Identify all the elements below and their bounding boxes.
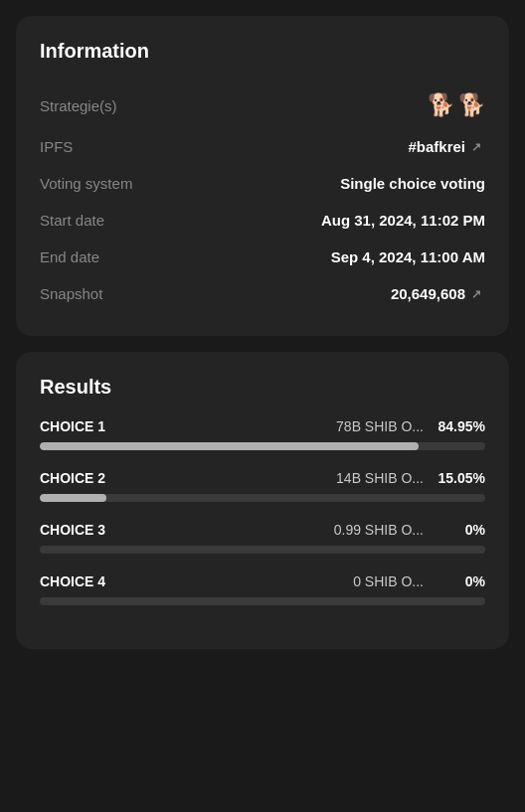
choice-item-4: CHOICE 4 0 SHIB O... 0%	[40, 573, 485, 605]
choices-container: CHOICE 1 78B SHIB O... 84.95% CHOICE 2 1…	[40, 418, 485, 605]
progress-track-4	[40, 597, 485, 605]
choice-amount-4: 0 SHIB O...	[353, 573, 424, 589]
choice-header-3: CHOICE 3 0.99 SHIB O... 0%	[40, 522, 485, 538]
choice-label-2: CHOICE 2	[40, 470, 105, 486]
shib-icon-2: 🐕	[458, 92, 485, 118]
start-date-row: Start date Aug 31, 2024, 11:02 PM	[40, 202, 485, 239]
choice-header-4: CHOICE 4 0 SHIB O... 0%	[40, 573, 485, 589]
snapshot-row: Snapshot 20,649,608 ↗	[40, 275, 485, 312]
voting-system-value: Single choice voting	[340, 175, 485, 192]
ipfs-label: IPFS	[40, 138, 73, 155]
information-title: Information	[40, 40, 485, 63]
strategies-label: Strategie(s)	[40, 97, 117, 114]
end-date-row: End date Sep 4, 2024, 11:00 AM	[40, 239, 485, 275]
voting-system-label: Voting system	[40, 175, 132, 192]
end-date-value: Sep 4, 2024, 11:00 AM	[331, 248, 485, 265]
choice-header-2: CHOICE 2 14B SHIB O... 15.05%	[40, 470, 485, 486]
snapshot-value[interactable]: 20,649,608 ↗	[391, 285, 485, 302]
progress-fill-1	[40, 442, 419, 450]
results-card: Results CHOICE 1 78B SHIB O... 84.95% CH…	[16, 352, 509, 649]
progress-track-3	[40, 546, 485, 554]
choice-percent-4: 0%	[436, 573, 485, 589]
shib-icon-1: 🐕	[428, 92, 454, 118]
choice-meta-1: 78B SHIB O... 84.95%	[336, 418, 485, 434]
results-title: Results	[40, 376, 485, 399]
choice-meta-3: 0.99 SHIB O... 0%	[334, 522, 485, 538]
choice-label-1: CHOICE 1	[40, 418, 105, 434]
choice-label-4: CHOICE 4	[40, 573, 105, 589]
choice-item-3: CHOICE 3 0.99 SHIB O... 0%	[40, 522, 485, 554]
information-card: Information Strategie(s) 🐕 🐕 IPFS #bafkr…	[16, 16, 509, 336]
choice-header-1: CHOICE 1 78B SHIB O... 84.95%	[40, 418, 485, 434]
choice-label-3: CHOICE 3	[40, 522, 105, 538]
choice-item-2: CHOICE 2 14B SHIB O... 15.05%	[40, 470, 485, 502]
start-date-value: Aug 31, 2024, 11:02 PM	[321, 212, 485, 229]
choice-percent-3: 0%	[436, 522, 485, 538]
choice-amount-1: 78B SHIB O...	[336, 418, 424, 434]
choice-percent-1: 84.95%	[436, 418, 485, 434]
choice-percent-2: 15.05%	[436, 470, 485, 486]
choice-item-1: CHOICE 1 78B SHIB O... 84.95%	[40, 418, 485, 450]
strategies-row: Strategie(s) 🐕 🐕	[40, 82, 485, 128]
choice-amount-2: 14B SHIB O...	[336, 470, 424, 486]
voting-system-row: Voting system Single choice voting	[40, 165, 485, 202]
ipfs-value[interactable]: #bafkrei ↗	[408, 138, 485, 155]
progress-fill-2	[40, 494, 106, 502]
ipfs-row: IPFS #bafkrei ↗	[40, 128, 485, 165]
snapshot-label: Snapshot	[40, 285, 102, 302]
progress-track-2	[40, 494, 485, 502]
choice-meta-2: 14B SHIB O... 15.05%	[336, 470, 485, 486]
start-date-label: Start date	[40, 212, 104, 229]
snapshot-external-link-icon: ↗	[471, 287, 485, 301]
progress-track-1	[40, 442, 485, 450]
ipfs-external-link-icon: ↗	[471, 140, 485, 154]
end-date-label: End date	[40, 248, 99, 265]
choice-amount-3: 0.99 SHIB O...	[334, 522, 424, 538]
strategies-icons: 🐕 🐕	[428, 92, 485, 118]
choice-meta-4: 0 SHIB O... 0%	[353, 573, 485, 589]
